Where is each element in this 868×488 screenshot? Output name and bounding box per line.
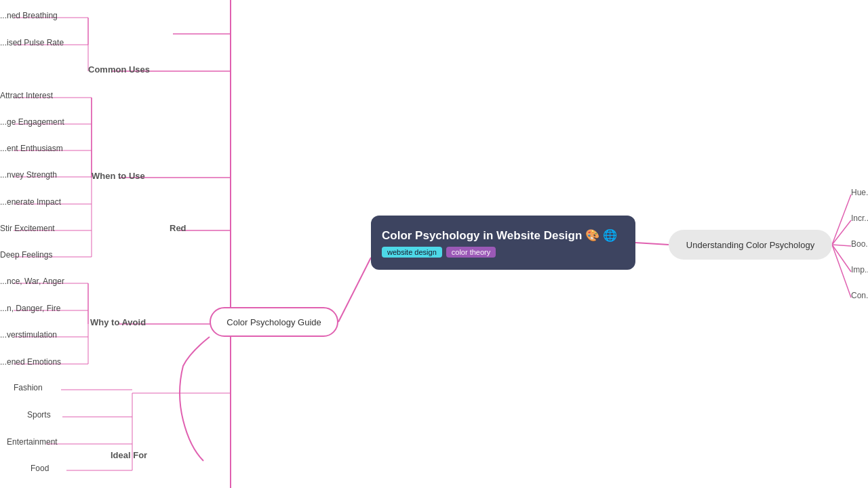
leaf-attract-interest: Attract Interest bbox=[0, 91, 53, 100]
leaf-breathing: ...ned Breathing bbox=[0, 11, 58, 20]
svg-line-36 bbox=[832, 245, 851, 246]
ideal-for-node[interactable]: Ideal For bbox=[111, 450, 147, 460]
leaf-food: Food bbox=[31, 464, 49, 473]
leaf-sports: Sports bbox=[27, 410, 51, 420]
leaf-excitement: Stir Excitement bbox=[0, 224, 55, 233]
main-topic-node[interactable]: Color Psychology in Website Design 🎨 🌐 w… bbox=[371, 216, 635, 270]
right-sub-incr: Incr... bbox=[851, 214, 868, 223]
red-branch-node[interactable]: Red bbox=[170, 223, 186, 233]
understanding-label: Understanding Color Psychology bbox=[686, 240, 814, 250]
tag-color-theory[interactable]: color theory bbox=[446, 247, 496, 258]
main-topic-tags: website design color theory bbox=[382, 247, 625, 258]
leaf-entertainment: Entertainment bbox=[7, 437, 58, 447]
when-to-use-node[interactable]: When to Use bbox=[92, 171, 145, 181]
right-sub-hue: Hue... bbox=[851, 188, 868, 197]
why-to-avoid-node[interactable]: Why to Avoid bbox=[90, 317, 146, 327]
right-sub-imp: Imp... bbox=[851, 265, 868, 274]
leaf-emotions: ...ened Emotions bbox=[0, 357, 61, 367]
svg-line-0 bbox=[338, 258, 371, 322]
svg-line-34 bbox=[832, 195, 851, 245]
leaf-impact: ...enerate Impact bbox=[0, 197, 61, 207]
right-sub-con: Con... bbox=[851, 291, 868, 300]
leaf-enthusiasm: ...ent Enthusiasm bbox=[0, 144, 63, 153]
leaf-deep-feelings: Deep Feelings bbox=[0, 250, 52, 260]
leaf-overstimulation: ...verstimulation bbox=[0, 330, 57, 340]
center-node-label: Color Psychology Guide bbox=[226, 317, 321, 327]
svg-line-37 bbox=[832, 245, 851, 272]
leaf-pulse-rate: ...ised Pulse Rate bbox=[0, 38, 64, 47]
svg-line-38 bbox=[832, 245, 851, 298]
common-uses-node[interactable]: Common Uses bbox=[88, 64, 150, 75]
svg-line-1 bbox=[635, 243, 669, 245]
leaf-fashion: Fashion bbox=[14, 383, 43, 392]
leaf-war-anger: ...nce, War, Anger bbox=[0, 277, 64, 286]
leaf-engagement: ...ge Engagement bbox=[0, 117, 64, 127]
right-sub-boo: Boo... bbox=[851, 239, 868, 249]
main-topic-title: Color Psychology in Website Design 🎨 🌐 bbox=[382, 228, 625, 243]
leaf-danger-fire: ...n, Danger, Fire bbox=[0, 304, 60, 313]
center-node[interactable]: Color Psychology Guide bbox=[210, 307, 338, 337]
leaf-strength: ...nvey Strength bbox=[0, 170, 57, 180]
svg-line-35 bbox=[832, 220, 851, 245]
understanding-color-psychology-node[interactable]: Understanding Color Psychology bbox=[669, 230, 832, 260]
tag-website-design[interactable]: website design bbox=[382, 247, 442, 258]
